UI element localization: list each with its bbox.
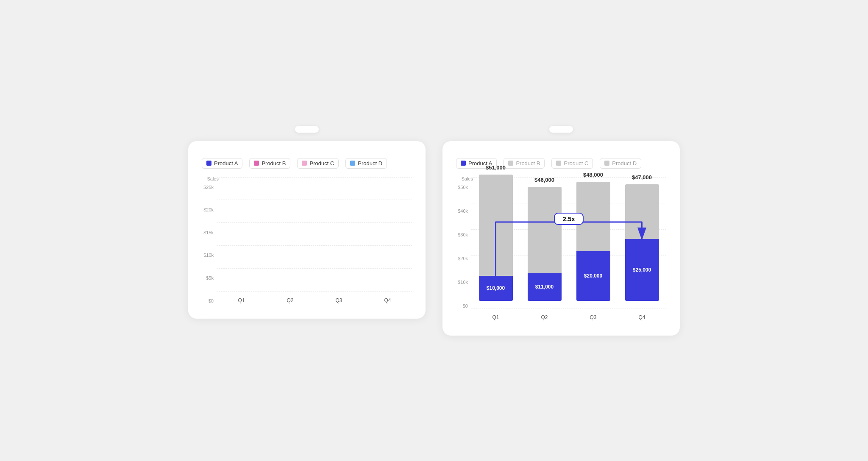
before-title — [295, 126, 319, 133]
after-chart-card: Product AProduct BProduct CProduct D Sal… — [442, 141, 680, 336]
before-section: Product AProduct BProduct CProduct D Sal… — [188, 126, 426, 319]
after-y-axis: $0$10k$20k$30k$40k$50k — [456, 185, 471, 320]
legend-item: Product D — [345, 158, 387, 169]
main-container: Product AProduct BProduct CProduct D Sal… — [188, 126, 680, 336]
after-x-labels: Q1Q2Q3Q4 — [471, 314, 666, 320]
before-bars-row — [217, 177, 412, 296]
legend-item: Product B — [504, 158, 545, 169]
legend-item: Product B — [249, 158, 290, 169]
legend-item: Product D — [600, 158, 641, 169]
before-chart-area: Sales $0$5k$10k$15k$20k$25k Q1Q2Q3Q4 — [202, 177, 412, 303]
after-section: Product AProduct BProduct CProduct D Sal… — [442, 126, 680, 336]
legend-item: Product A — [202, 158, 242, 169]
stacked-group: $51,000$10,000 — [471, 175, 520, 301]
stacked-group: $48,000$20,000 — [569, 182, 618, 300]
before-legend: Product AProduct BProduct CProduct D — [202, 158, 412, 169]
stacked-group: $46,000$11,000 — [520, 187, 569, 301]
legend-item: Product C — [297, 158, 339, 169]
before-x-labels: Q1Q2Q3Q4 — [217, 297, 412, 303]
after-bars-row: $51,000$10,000$46,000$11,000$48,000$20,0… — [471, 177, 666, 313]
after-title — [549, 126, 573, 133]
legend-item: Product C — [551, 158, 593, 169]
before-chart-body: Q1Q2Q3Q4 — [217, 177, 412, 303]
before-y-axis: $0$5k$10k$15k$20k$25k — [202, 185, 217, 303]
stacked-group: $47,000$25,000 — [618, 184, 666, 300]
after-chart: Sales $0$10k$20k$30k$40k$50k $51,000$10,… — [456, 177, 666, 320]
after-chart-body: $51,000$10,000$46,000$11,000$48,000$20,0… — [471, 177, 666, 320]
before-chart-card: Product AProduct BProduct CProduct D Sal… — [188, 141, 426, 319]
after-chart-area: Sales $0$10k$20k$30k$40k$50k $51,000$10,… — [456, 177, 666, 320]
before-chart: Sales $0$5k$10k$15k$20k$25k Q1Q2Q3Q4 — [202, 177, 412, 303]
